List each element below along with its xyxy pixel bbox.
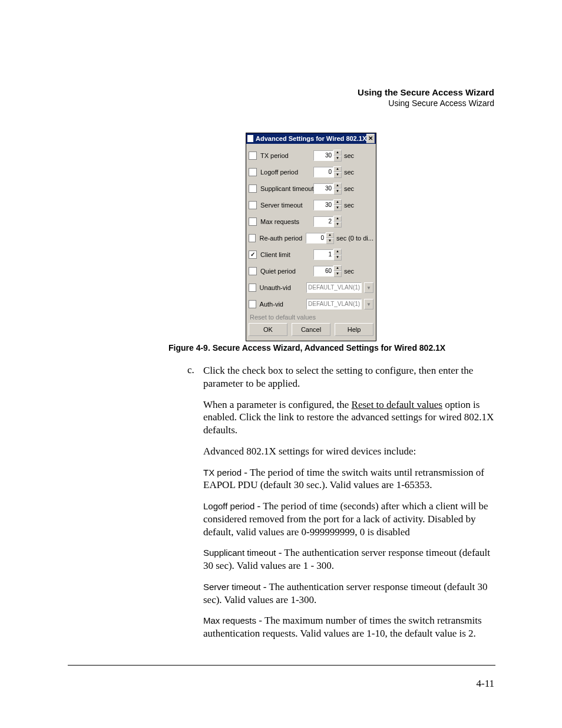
dialog-titlebar: Advanced Settings for Wired 802.1X ✕	[246, 133, 376, 144]
row-unauth-vid: Unauth-vid DEFAULT_VLAN(1) ▼	[249, 281, 373, 295]
unit-logoff: sec	[344, 169, 354, 176]
para-server: Server timeout - The authentication serv…	[203, 581, 498, 607]
help-button[interactable]: Help	[335, 323, 373, 336]
running-head: Using the Secure Access Wizard Using Sec…	[358, 87, 494, 108]
row-max-requests: Max requests 2 ▲ ▼	[249, 215, 373, 229]
checkbox-server-timeout[interactable]	[249, 201, 257, 209]
label-tx-period: TX period	[260, 152, 313, 159]
spin-down-icon[interactable]: ▼	[333, 255, 342, 261]
spin-down-icon[interactable]: ▼	[333, 156, 342, 162]
row-quiet-period: Quiet period 60 ▲ ▼ sec	[249, 264, 373, 278]
checkbox-unauth-vid[interactable]	[249, 284, 256, 292]
unit-supp: sec	[344, 185, 354, 192]
spin-down-icon[interactable]: ▼	[333, 205, 342, 211]
row-client-limit: Client limit 1 ▲ ▼	[249, 248, 373, 262]
spin-up-icon[interactable]: ▲	[333, 249, 342, 255]
label-unauth-vid: Unauth-vid	[260, 284, 306, 291]
footer-rule	[68, 665, 495, 666]
spin-down-icon[interactable]: ▼	[333, 222, 342, 228]
spin-up-icon[interactable]: ▲	[333, 265, 342, 271]
spin-up-icon[interactable]: ▲	[333, 199, 342, 205]
close-icon[interactable]: ✕	[366, 134, 375, 143]
spinner-tx-period[interactable]: 30 ▲ ▼	[313, 150, 342, 162]
label-client-limit: Client limit	[260, 251, 313, 258]
dialog-button-row: OK Cancel Help	[249, 323, 373, 336]
row-logoff-period: Logoff period 0 ▲ ▼ sec	[249, 165, 373, 179]
combo-unauth-vid[interactable]: DEFAULT_VLAN(1) ▼	[306, 282, 373, 293]
combo-auth-vid[interactable]: DEFAULT_VLAN(1) ▼	[306, 299, 373, 309]
checkbox-supplicant-timeout[interactable]	[249, 185, 257, 193]
spinner-logoff-period[interactable]: 0 ▲ ▼	[313, 166, 342, 178]
spinner-supplicant-timeout[interactable]: 30 ▲ ▼	[313, 183, 342, 195]
row-tx-period: TX period 30 ▲ ▼ sec	[249, 149, 373, 163]
ok-button[interactable]: OK	[249, 323, 287, 336]
checkbox-reauth-period[interactable]	[249, 234, 256, 242]
spinner-max-requests[interactable]: 2 ▲ ▼	[313, 216, 342, 228]
dialog-title: Advanced Settings for Wired 802.1X	[256, 135, 366, 142]
spin-down-icon[interactable]: ▼	[333, 271, 342, 277]
checkbox-logoff-period[interactable]	[249, 168, 257, 176]
unit-reauth: sec (0 to di...	[336, 235, 373, 242]
page-number: 4-11	[476, 678, 494, 690]
spinner-quiet-period[interactable]: 60 ▲ ▼	[313, 265, 342, 277]
spin-up-icon[interactable]: ▲	[333, 166, 342, 172]
para-tx: TX period - The period of time the switc…	[203, 466, 498, 492]
label-logoff-period: Logoff period	[260, 169, 313, 176]
spin-down-icon[interactable]: ▼	[333, 189, 342, 195]
checkbox-client-limit[interactable]	[249, 251, 257, 259]
label-auth-vid: Auth-vid	[260, 301, 306, 308]
para-3: Advanced 802.1X settings for wired devic…	[203, 445, 498, 458]
para-max: Max requests - The maximum number of tim…	[203, 614, 498, 640]
cancel-button[interactable]: Cancel	[292, 323, 330, 336]
para-supp: Supplicant timeout - The authentication …	[203, 546, 498, 572]
checkbox-tx-period[interactable]	[249, 151, 257, 160]
spin-down-icon[interactable]: ▼	[326, 238, 334, 244]
window-icon	[247, 135, 253, 142]
reset-link-inline: Reset to default values	[352, 399, 442, 410]
spin-up-icon[interactable]: ▲	[333, 216, 342, 222]
checkbox-max-requests[interactable]	[249, 218, 257, 226]
figure-caption: Figure 4-9. Secure Access Wizard, Advanc…	[168, 343, 445, 353]
unit-quiet: sec	[344, 268, 354, 275]
reset-to-defaults-link[interactable]: Reset to default values	[250, 314, 373, 321]
spinner-reauth-period[interactable]: 0 ▲ ▼	[306, 232, 334, 244]
chevron-down-icon[interactable]: ▼	[364, 299, 373, 309]
row-reauth-period: Re-auth period 0 ▲ ▼ sec (0 to di...	[249, 231, 373, 245]
para-2: When a parameter is configured, the Rese…	[203, 398, 498, 437]
row-auth-vid: Auth-vid DEFAULT_VLAN(1) ▼	[249, 297, 373, 311]
spinner-client-limit[interactable]: 1 ▲ ▼	[313, 249, 342, 261]
para-1: Click the check box to select the settin…	[203, 364, 498, 390]
dialog-body: TX period 30 ▲ ▼ sec Logoff period 0 ▲ ▼…	[246, 144, 376, 341]
runhead-subtitle: Using Secure Access Wizard	[358, 98, 494, 108]
checkbox-auth-vid[interactable]	[249, 300, 256, 308]
spin-up-icon[interactable]: ▲	[326, 232, 334, 238]
row-supplicant-timeout: Supplicant timeout 30 ▲ ▼ sec	[249, 182, 373, 196]
label-reauth-period: Re-auth period	[259, 235, 306, 242]
body-text: Click the check box to select the settin…	[203, 364, 498, 648]
label-quiet-period: Quiet period	[260, 268, 313, 275]
spin-up-icon[interactable]: ▲	[333, 183, 342, 189]
label-server-timeout: Server timeout	[260, 202, 313, 209]
advanced-settings-dialog: Advanced Settings for Wired 802.1X ✕ TX …	[246, 133, 376, 341]
spin-down-icon[interactable]: ▼	[333, 172, 342, 178]
list-marker-c: c.	[187, 364, 194, 376]
runhead-title: Using the Secure Access Wizard	[358, 87, 494, 97]
label-supplicant-timeout: Supplicant timeout	[260, 185, 313, 192]
checkbox-quiet-period[interactable]	[249, 267, 257, 275]
spinner-server-timeout[interactable]: 30 ▲ ▼	[313, 199, 342, 211]
row-server-timeout: Server timeout 30 ▲ ▼ sec	[249, 198, 373, 212]
para-logoff: Logoff period - The period of time (seco…	[203, 500, 498, 538]
label-max-requests: Max requests	[260, 218, 313, 225]
spin-up-icon[interactable]: ▲	[333, 150, 342, 156]
chevron-down-icon[interactable]: ▼	[364, 282, 373, 293]
unit-tx: sec	[344, 152, 354, 159]
unit-server: sec	[344, 202, 354, 209]
